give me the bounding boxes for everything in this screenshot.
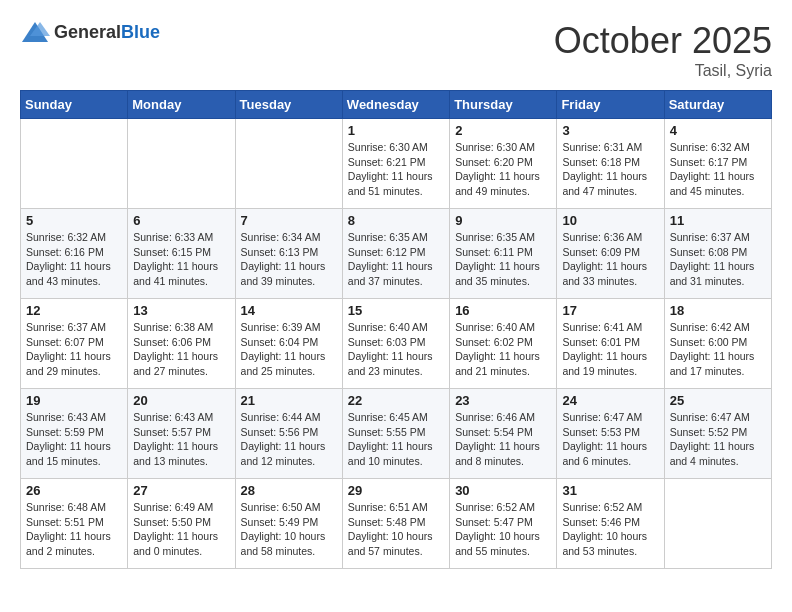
calendar-cell: 26Sunrise: 6:48 AM Sunset: 5:51 PM Dayli… — [21, 479, 128, 569]
calendar-cell: 12Sunrise: 6:37 AM Sunset: 6:07 PM Dayli… — [21, 299, 128, 389]
day-info: Sunrise: 6:39 AM Sunset: 6:04 PM Dayligh… — [241, 320, 337, 379]
day-info: Sunrise: 6:35 AM Sunset: 6:11 PM Dayligh… — [455, 230, 551, 289]
calendar-cell: 19Sunrise: 6:43 AM Sunset: 5:59 PM Dayli… — [21, 389, 128, 479]
day-info: Sunrise: 6:45 AM Sunset: 5:55 PM Dayligh… — [348, 410, 444, 469]
day-number: 24 — [562, 393, 658, 408]
calendar-cell: 16Sunrise: 6:40 AM Sunset: 6:02 PM Dayli… — [450, 299, 557, 389]
calendar-cell: 10Sunrise: 6:36 AM Sunset: 6:09 PM Dayli… — [557, 209, 664, 299]
title-block: October 2025 Tasil, Syria — [554, 20, 772, 80]
day-number: 9 — [455, 213, 551, 228]
day-number: 8 — [348, 213, 444, 228]
day-info: Sunrise: 6:33 AM Sunset: 6:15 PM Dayligh… — [133, 230, 229, 289]
day-number: 28 — [241, 483, 337, 498]
calendar-cell: 2Sunrise: 6:30 AM Sunset: 6:20 PM Daylig… — [450, 119, 557, 209]
day-info: Sunrise: 6:30 AM Sunset: 6:20 PM Dayligh… — [455, 140, 551, 199]
day-number: 2 — [455, 123, 551, 138]
day-number: 6 — [133, 213, 229, 228]
week-row-5: 26Sunrise: 6:48 AM Sunset: 5:51 PM Dayli… — [21, 479, 772, 569]
day-info: Sunrise: 6:40 AM Sunset: 6:03 PM Dayligh… — [348, 320, 444, 379]
day-number: 23 — [455, 393, 551, 408]
day-info: Sunrise: 6:30 AM Sunset: 6:21 PM Dayligh… — [348, 140, 444, 199]
calendar-cell: 8Sunrise: 6:35 AM Sunset: 6:12 PM Daylig… — [342, 209, 449, 299]
calendar-cell: 27Sunrise: 6:49 AM Sunset: 5:50 PM Dayli… — [128, 479, 235, 569]
calendar-cell: 9Sunrise: 6:35 AM Sunset: 6:11 PM Daylig… — [450, 209, 557, 299]
day-info: Sunrise: 6:43 AM Sunset: 5:57 PM Dayligh… — [133, 410, 229, 469]
calendar-cell: 5Sunrise: 6:32 AM Sunset: 6:16 PM Daylig… — [21, 209, 128, 299]
calendar-cell: 21Sunrise: 6:44 AM Sunset: 5:56 PM Dayli… — [235, 389, 342, 479]
calendar-cell: 15Sunrise: 6:40 AM Sunset: 6:03 PM Dayli… — [342, 299, 449, 389]
calendar-cell: 18Sunrise: 6:42 AM Sunset: 6:00 PM Dayli… — [664, 299, 771, 389]
calendar-cell: 4Sunrise: 6:32 AM Sunset: 6:17 PM Daylig… — [664, 119, 771, 209]
calendar-cell: 3Sunrise: 6:31 AM Sunset: 6:18 PM Daylig… — [557, 119, 664, 209]
day-number: 14 — [241, 303, 337, 318]
day-info: Sunrise: 6:43 AM Sunset: 5:59 PM Dayligh… — [26, 410, 122, 469]
calendar-table: SundayMondayTuesdayWednesdayThursdayFrid… — [20, 90, 772, 569]
calendar-cell: 6Sunrise: 6:33 AM Sunset: 6:15 PM Daylig… — [128, 209, 235, 299]
day-info: Sunrise: 6:47 AM Sunset: 5:52 PM Dayligh… — [670, 410, 766, 469]
month-title: October 2025 — [554, 20, 772, 62]
logo-blue: Blue — [121, 22, 160, 42]
calendar-cell: 31Sunrise: 6:52 AM Sunset: 5:46 PM Dayli… — [557, 479, 664, 569]
day-info: Sunrise: 6:47 AM Sunset: 5:53 PM Dayligh… — [562, 410, 658, 469]
week-row-4: 19Sunrise: 6:43 AM Sunset: 5:59 PM Dayli… — [21, 389, 772, 479]
logo: GeneralBlue — [20, 20, 160, 44]
weekday-header-tuesday: Tuesday — [235, 91, 342, 119]
page-header: GeneralBlue October 2025 Tasil, Syria — [20, 20, 772, 80]
day-info: Sunrise: 6:35 AM Sunset: 6:12 PM Dayligh… — [348, 230, 444, 289]
day-number: 11 — [670, 213, 766, 228]
day-info: Sunrise: 6:31 AM Sunset: 6:18 PM Dayligh… — [562, 140, 658, 199]
day-info: Sunrise: 6:32 AM Sunset: 6:16 PM Dayligh… — [26, 230, 122, 289]
day-number: 4 — [670, 123, 766, 138]
day-number: 10 — [562, 213, 658, 228]
day-info: Sunrise: 6:42 AM Sunset: 6:00 PM Dayligh… — [670, 320, 766, 379]
calendar-cell: 23Sunrise: 6:46 AM Sunset: 5:54 PM Dayli… — [450, 389, 557, 479]
day-info: Sunrise: 6:37 AM Sunset: 6:08 PM Dayligh… — [670, 230, 766, 289]
calendar-cell: 25Sunrise: 6:47 AM Sunset: 5:52 PM Dayli… — [664, 389, 771, 479]
day-number: 21 — [241, 393, 337, 408]
weekday-header-row: SundayMondayTuesdayWednesdayThursdayFrid… — [21, 91, 772, 119]
day-number: 30 — [455, 483, 551, 498]
day-info: Sunrise: 6:48 AM Sunset: 5:51 PM Dayligh… — [26, 500, 122, 559]
day-info: Sunrise: 6:50 AM Sunset: 5:49 PM Dayligh… — [241, 500, 337, 559]
weekday-header-thursday: Thursday — [450, 91, 557, 119]
weekday-header-sunday: Sunday — [21, 91, 128, 119]
calendar-cell: 24Sunrise: 6:47 AM Sunset: 5:53 PM Dayli… — [557, 389, 664, 479]
day-number: 12 — [26, 303, 122, 318]
day-number: 18 — [670, 303, 766, 318]
day-number: 3 — [562, 123, 658, 138]
day-number: 15 — [348, 303, 444, 318]
logo-general: General — [54, 22, 121, 42]
day-info: Sunrise: 6:34 AM Sunset: 6:13 PM Dayligh… — [241, 230, 337, 289]
day-info: Sunrise: 6:44 AM Sunset: 5:56 PM Dayligh… — [241, 410, 337, 469]
day-number: 27 — [133, 483, 229, 498]
calendar-cell: 28Sunrise: 6:50 AM Sunset: 5:49 PM Dayli… — [235, 479, 342, 569]
day-number: 5 — [26, 213, 122, 228]
day-number: 1 — [348, 123, 444, 138]
calendar-cell — [235, 119, 342, 209]
calendar-cell: 1Sunrise: 6:30 AM Sunset: 6:21 PM Daylig… — [342, 119, 449, 209]
day-number: 26 — [26, 483, 122, 498]
day-number: 17 — [562, 303, 658, 318]
weekday-header-wednesday: Wednesday — [342, 91, 449, 119]
calendar-cell: 13Sunrise: 6:38 AM Sunset: 6:06 PM Dayli… — [128, 299, 235, 389]
calendar-cell: 22Sunrise: 6:45 AM Sunset: 5:55 PM Dayli… — [342, 389, 449, 479]
day-info: Sunrise: 6:52 AM Sunset: 5:46 PM Dayligh… — [562, 500, 658, 559]
week-row-2: 5Sunrise: 6:32 AM Sunset: 6:16 PM Daylig… — [21, 209, 772, 299]
day-number: 16 — [455, 303, 551, 318]
day-number: 29 — [348, 483, 444, 498]
day-number: 20 — [133, 393, 229, 408]
day-info: Sunrise: 6:40 AM Sunset: 6:02 PM Dayligh… — [455, 320, 551, 379]
day-number: 25 — [670, 393, 766, 408]
day-info: Sunrise: 6:36 AM Sunset: 6:09 PM Dayligh… — [562, 230, 658, 289]
week-row-1: 1Sunrise: 6:30 AM Sunset: 6:21 PM Daylig… — [21, 119, 772, 209]
calendar-cell: 11Sunrise: 6:37 AM Sunset: 6:08 PM Dayli… — [664, 209, 771, 299]
calendar-cell: 30Sunrise: 6:52 AM Sunset: 5:47 PM Dayli… — [450, 479, 557, 569]
logo-icon — [20, 20, 50, 44]
day-number: 22 — [348, 393, 444, 408]
day-info: Sunrise: 6:32 AM Sunset: 6:17 PM Dayligh… — [670, 140, 766, 199]
calendar-cell — [664, 479, 771, 569]
calendar-cell — [128, 119, 235, 209]
day-number: 7 — [241, 213, 337, 228]
day-info: Sunrise: 6:49 AM Sunset: 5:50 PM Dayligh… — [133, 500, 229, 559]
calendar-cell: 14Sunrise: 6:39 AM Sunset: 6:04 PM Dayli… — [235, 299, 342, 389]
